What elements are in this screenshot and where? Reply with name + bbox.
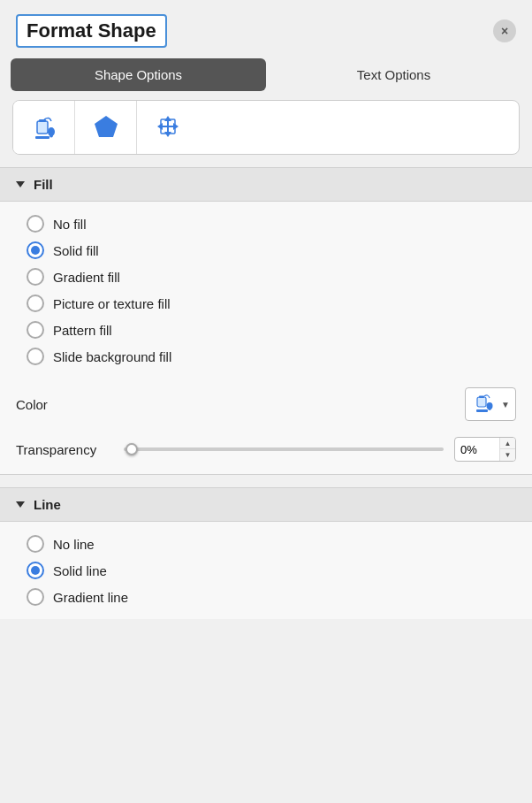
- color-row: Color ▼: [0, 379, 532, 430]
- color-picker-button[interactable]: ▼: [465, 387, 516, 421]
- panel-title: Format Shape: [16, 14, 167, 48]
- transparency-spinner: 0% ▲ ▼: [454, 437, 516, 462]
- svg-marker-7: [164, 132, 171, 137]
- fill-options-group: No fill Solid fill Gradient fill Picture…: [0, 202, 532, 379]
- fill-section-label: Fill: [34, 177, 53, 192]
- icon-toolbar: [12, 100, 520, 155]
- svg-rect-13: [477, 397, 486, 407]
- divider: [0, 474, 532, 475]
- color-dropdown-arrow-icon: ▼: [501, 400, 510, 409]
- close-button[interactable]: ×: [493, 19, 516, 42]
- shape-tab[interactable]: [75, 101, 137, 154]
- transparency-spinner-arrows: ▲ ▼: [499, 438, 515, 461]
- transparency-slider[interactable]: [124, 447, 444, 451]
- radio-solid-fill-label: Solid fill: [53, 243, 99, 258]
- line-options-group: No line Solid line Gradient line: [0, 522, 532, 619]
- radio-pattern-fill[interactable]: Pattern fill: [27, 317, 505, 343]
- svg-marker-6: [164, 116, 171, 121]
- radio-gradient-line-label: Gradient line: [53, 590, 128, 605]
- line-section-header: Line: [0, 487, 532, 522]
- svg-marker-8: [157, 123, 163, 130]
- radio-picture-texture-fill-indicator: [27, 294, 44, 312]
- color-swatch-area: [471, 392, 498, 417]
- radio-no-line[interactable]: No line: [27, 531, 505, 557]
- transparency-label: Transparency: [16, 442, 113, 457]
- radio-pattern-fill-label: Pattern fill: [53, 323, 112, 338]
- radio-solid-fill[interactable]: Solid fill: [27, 237, 505, 264]
- svg-marker-9: [173, 123, 179, 130]
- line-section-label: Line: [34, 497, 61, 512]
- svg-point-3: [49, 133, 53, 137]
- transparency-decrement-button[interactable]: ▼: [500, 449, 515, 461]
- pentagon-icon: [92, 112, 120, 143]
- svg-rect-11: [163, 126, 173, 127]
- radio-slide-bg-fill[interactable]: Slide background fill: [27, 343, 505, 370]
- svg-rect-14: [479, 396, 484, 399]
- radio-no-fill[interactable]: No fill: [27, 210, 505, 237]
- svg-rect-0: [37, 121, 48, 134]
- radio-picture-texture-fill-label: Picture or texture fill: [53, 296, 171, 311]
- radio-gradient-fill-label: Gradient fill: [53, 270, 120, 285]
- radio-no-fill-label: No fill: [53, 217, 87, 232]
- svg-point-16: [488, 407, 491, 410]
- transparency-slider-thumb: [125, 443, 138, 455]
- line-triangle-icon: [16, 501, 25, 508]
- radio-solid-line[interactable]: Solid line: [27, 557, 505, 584]
- tab-shape-options[interactable]: Shape Options: [11, 58, 266, 91]
- move-icon: [154, 112, 182, 143]
- radio-picture-texture-fill[interactable]: Picture or texture fill: [27, 290, 505, 317]
- transparency-increment-button[interactable]: ▲: [500, 438, 515, 449]
- size-position-tab[interactable]: [137, 101, 199, 154]
- radio-no-line-label: No line: [53, 537, 95, 552]
- tab-row: Shape Options Text Options: [0, 58, 532, 91]
- radio-gradient-fill[interactable]: Gradient fill: [27, 264, 505, 290]
- format-shape-panel: Format Shape × Shape Options Text Option…: [0, 0, 532, 803]
- color-label: Color: [16, 397, 48, 412]
- svg-rect-17: [476, 409, 488, 412]
- panel-header: Format Shape ×: [0, 0, 532, 58]
- radio-no-line-indicator: [27, 535, 44, 553]
- paint-bucket-icon: [30, 112, 58, 143]
- radio-solid-fill-indicator: [27, 241, 44, 259]
- radio-solid-line-label: Solid line: [53, 563, 107, 578]
- radio-slide-bg-fill-indicator: [27, 348, 44, 365]
- radio-no-fill-indicator: [27, 215, 44, 233]
- transparency-row: Transparency 0% ▲ ▼: [0, 430, 532, 474]
- radio-pattern-fill-indicator: [27, 321, 44, 339]
- radio-gradient-line[interactable]: Gradient line: [27, 584, 505, 610]
- transparency-value[interactable]: 0%: [455, 440, 499, 460]
- svg-rect-1: [39, 119, 46, 122]
- color-paint-bucket-icon: [473, 391, 496, 417]
- fill-triangle-icon: [16, 181, 25, 187]
- radio-gradient-line-indicator: [27, 588, 44, 606]
- svg-marker-5: [95, 116, 118, 137]
- fill-section-header: Fill: [0, 167, 532, 202]
- radio-gradient-fill-indicator: [27, 268, 44, 286]
- radio-slide-bg-fill-label: Slide background fill: [53, 349, 171, 364]
- tab-text-options[interactable]: Text Options: [266, 58, 521, 91]
- fill-effects-tab[interactable]: [13, 101, 75, 154]
- svg-rect-4: [35, 136, 49, 139]
- radio-solid-line-indicator: [27, 562, 44, 579]
